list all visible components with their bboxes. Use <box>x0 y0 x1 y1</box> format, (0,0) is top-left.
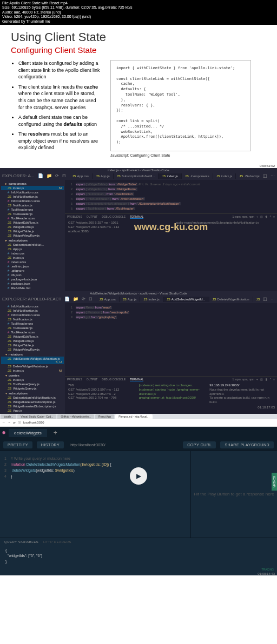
file-tree-item[interactable]: JSInfoNotification.js <box>1 194 64 199</box>
split-icon[interactable]: ◫ <box>263 173 267 178</box>
terminal-tab[interactable]: DEBUG CONSOLE <box>102 215 126 219</box>
file-tree-item[interactable]: JSWidgetForm.js <box>1 225 64 229</box>
endpoint-url[interactable]: http://localhost:3030/ <box>68 443 179 447</box>
http-headers-tab[interactable]: HTTP HEADERS <box>43 540 71 544</box>
file-tree-item[interactable]: #.gitignore <box>1 269 64 273</box>
file-tree-item[interactable]: JSDeleteWidgetMutation.js <box>1 364 64 368</box>
file-tree-item[interactable]: JSWidgetViewRow.js <box>1 347 64 352</box>
folder-subscriptions[interactable]: ▸subscriptions <box>1 238 64 243</box>
file-tree-item[interactable]: JSWidgetEditRow.js <box>1 220 64 225</box>
new-file-icon[interactable]: 📄 <box>64 297 70 301</box>
file-tree-item[interactable]: #InfoNotification.css <box>1 190 64 194</box>
file-tree-item[interactable]: #ToolHeader.css <box>1 207 64 212</box>
schema-tab[interactable]: SCHEMA <box>272 473 277 491</box>
editor-tab[interactable]: JSApp.js <box>120 297 141 302</box>
file-tree-item[interactable]: JSAddSelectedWidgetIdMutation.js5, U <box>1 357 64 364</box>
add-terminal-icon[interactable]: + <box>256 378 258 381</box>
file-tree-item[interactable]: JSWidgetTable.js <box>1 343 64 347</box>
editor-tab[interactable]: JSindex.js <box>140 297 163 302</box>
file-tree-item[interactable]: JSSubscriptionInfoNot... <box>1 243 64 247</box>
more-icon[interactable]: ⋯ <box>271 173 275 178</box>
maximize-icon[interactable]: ^ <box>270 378 271 381</box>
file-tree-item[interactable]: #.eslintrc.json <box>1 264 64 269</box>
query-variables-tab[interactable]: QUERY VARIABLES <box>4 540 38 544</box>
copy-curl-button[interactable]: COPY CURL <box>183 441 216 448</box>
terminal-tab[interactable]: OUTPUT <box>87 378 98 381</box>
back-icon[interactable]: ← <box>2 421 5 424</box>
file-tree-item[interactable]: #package-lock.json <box>1 277 64 281</box>
refresh-icon[interactable]: ⟳ <box>55 173 59 178</box>
folder-queries[interactable]: ▾queries <box>1 373 64 378</box>
editor-tab[interactable]: JSindex.js <box>159 173 181 179</box>
file-tree-item[interactable]: JSWidgetForm.js <box>1 339 64 343</box>
file-tree-item[interactable]: JSNotification.js <box>1 317 64 321</box>
share-button[interactable]: SHARE PLAYGROUND <box>220 441 274 448</box>
editor-tab[interactable]: JSindex.js <box>213 173 236 179</box>
editor-tab[interactable]: JS./Subscription... <box>236 173 260 179</box>
file-tree-item[interactable]: #ToolHeader.css <box>1 321 64 326</box>
terminal-tab[interactable]: PROBLEMS <box>67 378 82 381</box>
collapse-icon[interactable]: ⊟ <box>89 297 93 301</box>
browser-tab[interactable]: Playground - http://local... <box>115 414 153 419</box>
file-tree-item[interactable]: JSWidgetsQuery.js <box>1 386 64 391</box>
editor-tab[interactable]: JSWidgetsQuery.js <box>253 297 260 302</box>
split-terminal-icon[interactable]: ◫ <box>260 378 263 381</box>
trash-icon[interactable]: 🗑 <box>265 215 268 218</box>
file-tree-item[interactable]: #InfoNotification.css <box>1 304 64 308</box>
new-folder-icon[interactable]: 📁 <box>73 297 78 301</box>
browser-tab[interactable]: localh... <box>1 414 16 419</box>
terminal-output-2[interactable]: 798GET /widgets/5 200 2.597 ms - 112GET … <box>65 383 277 406</box>
file-tree-item[interactable]: #README.md <box>1 286 64 290</box>
file-tree-item[interactable]: JSApp.js <box>1 408 64 413</box>
terminal-selector[interactable]: 1: npm, npm, npm <box>233 215 254 218</box>
maximize-icon[interactable]: ^ <box>270 215 271 218</box>
file-tree-item[interactable]: #package.json <box>1 281 64 286</box>
browser-tab[interactable]: Visual Studio Code - Cod... <box>17 414 56 419</box>
file-tree-item[interactable]: #InfoNotification.scss <box>1 199 64 203</box>
file-tree-item[interactable]: JSindex.jsM <box>1 186 64 190</box>
editor-tab[interactable]: JSAddSelectedWidgetId... <box>163 297 209 302</box>
add-terminal-icon[interactable]: + <box>256 215 258 218</box>
new-file-icon[interactable]: 📄 <box>38 173 43 178</box>
play-button[interactable]: ▶ <box>130 467 147 485</box>
forward-icon[interactable]: → <box>8 421 11 424</box>
more-icon[interactable]: ⋯ <box>271 297 275 301</box>
prettify-button[interactable]: PRETTIFY <box>3 441 32 448</box>
terminal-tab[interactable]: PROBLEMS <box>67 215 82 219</box>
file-tree-item[interactable]: JSWidgetTable.js <box>1 229 64 233</box>
terminal-tab[interactable]: OUTPUT <box>87 215 98 219</box>
editor-tab[interactable]: JSApp.css <box>96 297 119 302</box>
file-tree-item[interactable]: #index.scss <box>1 260 64 264</box>
code-editor[interactable]: 1export { WidgetTable } from './WidgetTa… <box>65 180 277 291</box>
split-terminal-icon[interactable]: ◫ <box>260 215 263 218</box>
file-tree-item[interactable]: #db.json <box>1 273 64 277</box>
close-icon[interactable]: × <box>273 378 275 381</box>
editor-tab[interactable]: JSApp.js <box>93 173 114 179</box>
close-icon[interactable]: × <box>273 215 275 218</box>
file-tree-item[interactable]: JSWidgetDeletedSubscription.js <box>1 400 64 404</box>
file-tree-item[interactable]: #InfoNotification.scss <box>1 313 64 317</box>
file-tree-item[interactable]: JSindex.jsM <box>1 368 64 373</box>
editor-tab[interactable]: JSApp.css <box>69 173 93 179</box>
split-icon[interactable]: ◫ <box>263 297 267 301</box>
terminal-tab[interactable]: TERMINAL <box>130 378 143 381</box>
file-tree-item[interactable]: JSInfoNotification.js <box>1 308 64 313</box>
new-folder-icon[interactable]: 📁 <box>47 173 52 178</box>
terminal-tab[interactable]: DEBUG CONSOLE <box>102 378 126 381</box>
editor-tab[interactable]: JSSubscriptionInfoNotifi... <box>114 173 159 179</box>
collapse-icon[interactable]: ⊟ <box>62 173 66 178</box>
file-tree-item[interactable]: JSWidgetInsertedSubscription.js <box>1 404 64 408</box>
query-editor[interactable]: 1# Write your query or mutation here 2mu… <box>0 451 190 538</box>
code-editor-2[interactable]: 1import React from 'react';2import { Mut… <box>65 303 277 414</box>
file-tree-item[interactable]: #ToolHeader.scss <box>1 330 64 334</box>
file-tree-item[interactable]: #index.css <box>1 251 64 256</box>
file-tree-item[interactable]: JSToolHeader.js <box>1 212 64 216</box>
folder-subscriptions[interactable]: ▾subscriptions <box>1 391 64 395</box>
file-tree-item[interactable]: #ToolHeader.scss <box>1 216 64 220</box>
editor-tab[interactable]: JSDeleteWidgetMutation <box>209 297 253 302</box>
terminal-output[interactable]: GET /widgets 200 5.357 ms - 1051GET /wid… <box>65 220 277 234</box>
variables-editor[interactable]: { "widgetIds": ["5", "6"] } <box>0 546 277 567</box>
file-tree-item[interactable]: JSindex.js <box>1 378 64 382</box>
url-text[interactable]: localhost:3030 <box>23 421 44 424</box>
folder-components[interactable]: ▸components <box>1 181 64 186</box>
